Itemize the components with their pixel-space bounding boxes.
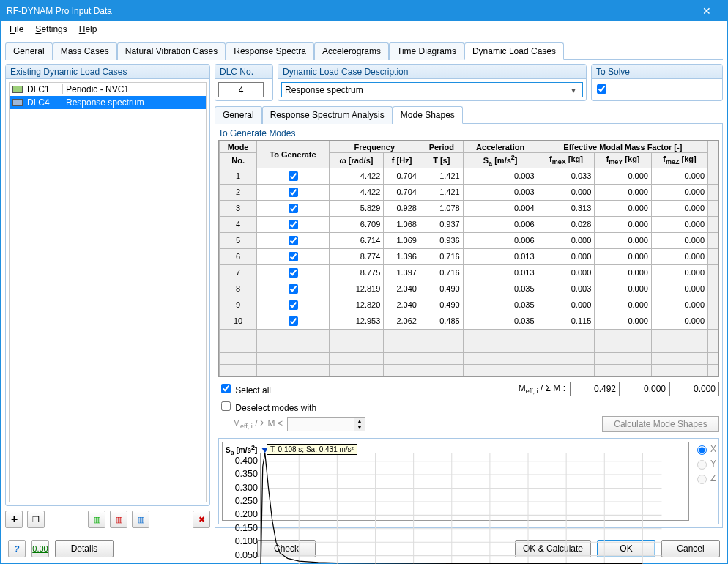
close-icon[interactable]: ✕: [692, 5, 721, 17]
tab-natural-vibration-cases[interactable]: Natural Vibration Cases: [117, 42, 226, 60]
svg-text:0.400: 0.400: [235, 456, 258, 466]
new-icon[interactable]: ✚: [5, 511, 23, 528]
copy-icon[interactable]: ❐: [27, 511, 45, 528]
table-row[interactable]: 68.7741.3960.7160.0130.0000.0000.000: [220, 248, 718, 264]
dlc-desc: Periodic - NVC1: [62, 84, 206, 94]
col-no: No.: [220, 153, 257, 168]
table-row[interactable]: 78.7751.3970.7160.0130.0000.0000.000: [220, 264, 718, 281]
table-row[interactable]: 1012.9532.0620.4850.0350.1150.0000.000: [220, 313, 718, 329]
gen-checkbox[interactable]: [289, 268, 298, 278]
gen-checkbox[interactable]: [289, 171, 298, 181]
col-togen: To Generate: [257, 141, 329, 168]
subtab-general[interactable]: General: [215, 106, 262, 124]
subtab-response-spectrum-analysis[interactable]: Response Spectrum Analysis: [262, 106, 393, 124]
delete-icon[interactable]: ✖: [193, 511, 210, 528]
meff-x: 0.492: [570, 382, 620, 396]
details-button[interactable]: Details: [55, 540, 114, 557]
chart-ylabel: Sa [m/s2]: [226, 444, 257, 456]
color-swatch: [12, 99, 23, 106]
dlc-list[interactable]: DLC1Periodic - NVC1DLC4Response spectrum: [9, 82, 207, 502]
table-row[interactable]: 912.8202.0400.4900.0350.0000.0000.000: [220, 297, 718, 313]
dlc-code: DLC1: [26, 84, 62, 94]
titlebar: RF-DYNAM Pro Input Data ✕: [1, 1, 727, 21]
col-fmez: fmeZ [kg]: [651, 153, 707, 168]
dlc-desc-value: Response spectrum: [285, 85, 363, 95]
main-tabstrip: GeneralMass CasesNatural Vibration Cases…: [5, 42, 723, 60]
select-all-checkbox[interactable]: [221, 384, 231, 393]
tab-mass-cases[interactable]: Mass Cases: [53, 42, 117, 60]
svg-text:0.050: 0.050: [235, 550, 258, 560]
svg-text:0.200: 0.200: [235, 509, 258, 519]
deselect-label[interactable]: Deselect modes with: [218, 399, 316, 413]
subtab-mode-shapes[interactable]: Mode Shapes: [393, 106, 463, 124]
deselect-checkbox[interactable]: [221, 401, 231, 411]
tab-time-diagrams[interactable]: Time Diagrams: [389, 42, 464, 60]
gen-checkbox[interactable]: [289, 188, 298, 197]
table-row[interactable]: 24.4220.7041.4210.0030.0000.0000.000: [220, 184, 718, 200]
dlc-code: DLC4: [26, 97, 62, 108]
meff-z: 0.000: [669, 382, 719, 396]
dlc-row-dlc1[interactable]: DLC1Periodic - NVC1: [10, 83, 206, 96]
dlc-desc-combo[interactable]: Response spectrum ▾: [281, 82, 583, 97]
dlc-row-dlc4[interactable]: DLC4Response spectrum: [10, 96, 206, 109]
col-fmey: fmeY [kg]: [595, 153, 652, 168]
gen-checkbox[interactable]: [289, 236, 298, 245]
deselect-threshold: ▲▼: [287, 417, 365, 431]
col-freq: Frequency: [329, 141, 420, 153]
to-solve-label: To Solve: [592, 65, 722, 79]
menubar: File Settings Help: [1, 21, 727, 37]
svg-text:0.250: 0.250: [235, 496, 258, 506]
sub-tabstrip: GeneralResponse Spectrum AnalysisMode Sh…: [215, 105, 723, 124]
tab-response-spectra[interactable]: Response Spectra: [226, 42, 314, 60]
menu-settings[interactable]: Settings: [31, 23, 71, 36]
window-title: RF-DYNAM Pro Input Data: [7, 6, 112, 16]
table-row[interactable]: 46.7091.0680.9370.0060.0280.0000.000: [220, 216, 718, 232]
tab-dynamic-load-cases[interactable]: Dynamic Load Cases: [464, 42, 564, 60]
check-icon[interactable]: ▥: [88, 511, 105, 528]
existing-dlc-title: Existing Dynamic Load Cases: [6, 65, 209, 79]
dlc-desc: Response spectrum: [62, 97, 206, 108]
menu-help[interactable]: Help: [75, 23, 102, 36]
gen-checkbox[interactable]: [289, 252, 298, 261]
deselect-sub: Meff, i / Σ M <: [233, 418, 283, 430]
col-fmex: fmeX [kg]: [538, 153, 595, 168]
menu-file[interactable]: File: [5, 23, 28, 36]
gen-checkbox[interactable]: [289, 220, 298, 229]
chart-tooltip: T: 0.108 s; Sa: 0.431 m/s²: [267, 444, 357, 455]
svg-text:0.300: 0.300: [235, 482, 258, 492]
col-emmf: Effective Modal Mass Factor [-]: [538, 141, 707, 153]
table-row[interactable]: 14.4220.7041.4210.0030.0330.0000.000: [220, 168, 718, 184]
col-sa: Sa [m/s2]: [463, 153, 538, 168]
meff-y: 0.000: [620, 382, 669, 396]
table-row[interactable]: 56.7141.0690.9360.0060.0000.0000.000: [220, 232, 718, 248]
select-all-label[interactable]: Select all: [218, 382, 271, 396]
spin-up-icon: ▲: [354, 418, 365, 424]
axis-x-radio[interactable]: X: [694, 443, 716, 455]
col-spacer: [708, 141, 718, 168]
sort-icon[interactable]: ▥: [132, 511, 149, 528]
gen-checkbox[interactable]: [289, 204, 298, 213]
to-solve-checkbox[interactable]: [597, 84, 606, 94]
help-icon[interactable]: ?: [8, 540, 26, 557]
col-ts: T [s]: [420, 153, 463, 168]
calc-mode-shapes-button: Calculate Mode Shapes: [602, 416, 719, 432]
dlc-desc-label: Dynamic Load Case Description: [278, 65, 586, 79]
table-row[interactable]: 35.8290.9281.0780.0040.3130.0000.000: [220, 200, 718, 216]
axis-z-radio[interactable]: Z: [694, 472, 716, 484]
gen-checkbox[interactable]: [289, 284, 298, 294]
col-accel: Acceleration: [463, 141, 538, 153]
tab-accelerograms[interactable]: Accelerograms: [314, 42, 389, 60]
gen-checkbox[interactable]: [289, 300, 298, 310]
tab-general[interactable]: General: [5, 42, 53, 60]
col-omega: ω [rad/s]: [329, 153, 384, 168]
dlc-no-input[interactable]: [218, 82, 264, 97]
svg-text:0.350: 0.350: [235, 469, 258, 479]
gen-checkbox[interactable]: [289, 316, 298, 326]
modes-table[interactable]: Mode To Generate Frequency Period Accele…: [219, 141, 718, 376]
spectrum-chart[interactable]: 0.0500.1000.1500.2000.2500.3000.3500.400…: [222, 442, 689, 521]
table-row[interactable]: 812.8192.0400.4900.0350.0030.0000.000: [220, 281, 718, 297]
svg-text:0.150: 0.150: [235, 523, 258, 533]
axis-y-radio[interactable]: Y: [694, 458, 716, 470]
units-icon[interactable]: 0.00: [31, 540, 49, 557]
uncheck-icon[interactable]: ▥: [110, 511, 127, 528]
